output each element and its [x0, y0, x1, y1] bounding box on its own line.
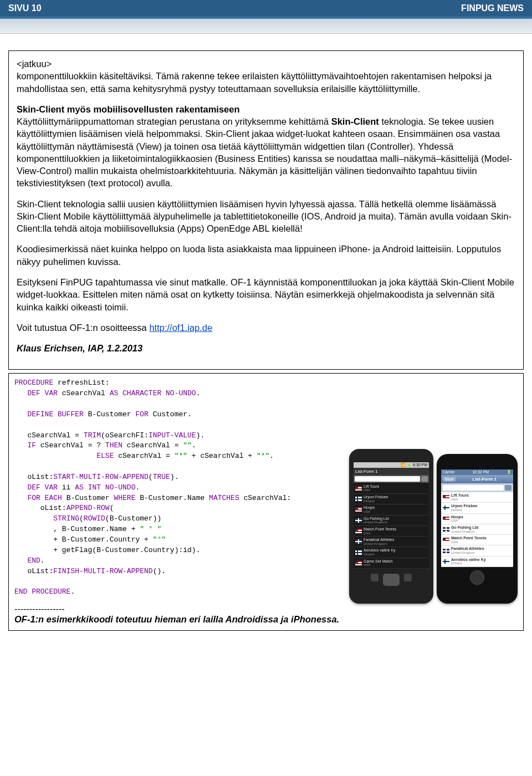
flag-icon	[355, 550, 362, 555]
list-item-label: Lift ToursUSA	[364, 484, 379, 492]
android-search-row	[354, 475, 429, 483]
flag-icon	[355, 507, 362, 512]
android-search-button[interactable]	[421, 476, 428, 482]
list-item[interactable]: Lift ToursUSA	[354, 483, 429, 494]
iphone-back-button[interactable]: Back	[443, 477, 456, 482]
list-item[interactable]: Go Fishing LtdUnited Kingdom	[441, 524, 513, 535]
iphone-battery-icon: 🔋	[507, 470, 511, 474]
intro-text: komponenttiluokkiin käsiteltäviksi. Tämä…	[17, 71, 492, 93]
list-item-label: Game Set MatchUSA	[364, 559, 393, 567]
android-hw-buttons	[354, 574, 429, 586]
list-item-label: Aerobics valine KyFinland	[451, 558, 486, 565]
page-number: SIVU 10	[8, 3, 42, 13]
android-btn-center[interactable]	[383, 574, 400, 586]
flag-icon	[443, 527, 449, 532]
list-item-label: Match Point TennisUSA	[364, 527, 396, 535]
flag-icon	[355, 561, 362, 565]
continuation-tag: <jatkuu>	[17, 59, 52, 69]
flag-icon	[355, 518, 362, 523]
list-item-label: Aerobics valine KyFinland	[364, 548, 396, 556]
list-item[interactable]: Match Point TennisUSA	[354, 526, 429, 537]
list-item[interactable]: Aerobics valine KyFinland	[441, 557, 513, 567]
list-item[interactable]: Lift ToursUSA	[441, 492, 513, 503]
iphone-search-input[interactable]	[443, 485, 504, 491]
page-header: SIVU 10 FINPUG NEWS	[0, 0, 532, 19]
flag-icon	[443, 517, 449, 521]
list-item[interactable]: Urpon FrisbeeFinland	[441, 503, 513, 513]
iphone-app-header: Back List-Form 1	[441, 475, 513, 483]
list-item[interactable]: Urpon FrisbeeFinland	[354, 494, 429, 504]
list-item[interactable]: HoopsUSA	[354, 504, 429, 515]
android-search-input[interactable]	[355, 476, 420, 482]
flag-icon	[355, 539, 362, 544]
list-item[interactable]: Game Set MatchUSA	[354, 558, 429, 569]
iphone-header-title: List-Form 1	[458, 477, 511, 482]
list-item[interactable]: Fanatical AthletesUnited Kingdom	[441, 545, 513, 556]
list-item-label: HoopsUSA	[364, 506, 375, 513]
iphone-status-bar: Carrier 10:32 PM 🔋	[441, 469, 513, 475]
iphone-time: 10:32 PM	[472, 470, 489, 474]
code-example-box: PROCEDURE refreshList: DEF VAR cSearchVa…	[8, 373, 524, 631]
flag-icon	[355, 486, 362, 491]
author-signature: Klaus Erichsen, IAP, 1.2.2013	[17, 342, 515, 354]
section-heading: Skin-Client myös mobiilisovellusten rake…	[17, 104, 240, 114]
paragraph-3: Skin-Client teknologia sallii uusien käy…	[17, 198, 515, 235]
paragraph-4: Koodiesimerkissä näet kuinka helppo on l…	[17, 243, 515, 268]
para2-bold: Skin-Client	[331, 116, 379, 126]
list-item-label: Fanatical AthletesUnited Kingdom	[364, 538, 394, 545]
list-item[interactable]: HoopsUSA	[441, 514, 513, 524]
list-item[interactable]: Fanatical AthletesUnited Kingdom	[354, 537, 429, 547]
article-box: <jatkuu> komponenttiluokkiin käsiteltävi…	[8, 50, 524, 370]
iphone-carrier: Carrier	[443, 470, 454, 474]
of1-link[interactable]: http://of1.iap.de	[149, 323, 212, 333]
list-item-label: Fanatical AthletesUnited Kingdom	[451, 547, 484, 554]
flag-icon	[443, 495, 449, 499]
separator-dashes: -----------------	[14, 604, 518, 614]
flag-icon	[443, 549, 449, 553]
iphone-search-button[interactable]	[505, 485, 511, 491]
iphone-screen: Carrier 10:32 PM 🔋 Back List-Form 1 Lift…	[441, 469, 513, 567]
iphone: Carrier 10:32 PM 🔋 Back List-Form 1 Lift…	[437, 454, 518, 604]
flag-icon	[355, 497, 362, 501]
list-item-label: Urpon FrisbeeFinland	[451, 504, 477, 512]
list-item-label: Go Fishing LtdUnited Kingdom	[364, 517, 389, 524]
android-screen: 📶 🔋 8:30 PM List-Form 1 Lift ToursUSAUrp…	[354, 462, 429, 569]
android-app-header: List-Form 1	[354, 468, 429, 475]
para2-part2: teknologia. Se tekee uusien käyttöliitty…	[17, 116, 512, 188]
code-caption: OF-1:n esimerkkikoodi toteutuu hieman er…	[14, 614, 518, 625]
android-phone: 📶 🔋 8:30 PM List-Form 1 Lift ToursUSAUrp…	[349, 449, 433, 604]
phone-mockups: 📶 🔋 8:30 PM List-Form 1 Lift ToursUSAUrp…	[349, 449, 518, 604]
list-item-label: HoopsUSA	[451, 515, 463, 523]
list-item[interactable]: Match Point TennisUSA	[441, 535, 513, 545]
list-item-label: Urpon FrisbeeFinland	[364, 495, 388, 503]
flag-icon	[443, 506, 449, 510]
iphone-home-button[interactable]	[470, 570, 484, 585]
list-item[interactable]: Aerobics valine KyFinland	[354, 547, 429, 558]
list-item-label: Go Fishing LtdUnited Kingdom	[451, 525, 478, 533]
iphone-list: Lift ToursUSAUrpon FrisbeeFinlandHoopsUS…	[441, 492, 513, 567]
android-btn-right[interactable]	[404, 574, 412, 581]
list-item-label: Match Point TennisUSA	[451, 536, 487, 544]
publication-name: FINPUG NEWS	[461, 3, 524, 13]
header-background	[0, 19, 532, 34]
android-list: Lift ToursUSAUrpon FrisbeeFinlandHoopsUS…	[354, 483, 429, 569]
flag-icon	[355, 529, 362, 533]
para2-part1: Käyttöliittymäriippumattoman strategian …	[17, 116, 331, 126]
iphone-search-row	[441, 483, 513, 492]
list-item-label: Lift ToursUSA	[451, 493, 469, 501]
android-header-title: List-Form 1	[355, 469, 377, 474]
para6-text: Voit tutustua OF-1:n osoitteessa	[17, 323, 149, 333]
paragraph-5: Esitykseni FinPUG tapahtumassa vie sinut…	[17, 276, 515, 313]
android-btn-left[interactable]	[371, 574, 378, 581]
android-status-bar: 📶 🔋 8:30 PM	[354, 462, 429, 468]
flag-icon	[443, 559, 449, 564]
code-footer: ----------------- OF-1:n esimerkkikoodi …	[14, 604, 518, 625]
flag-icon	[443, 538, 449, 542]
list-item[interactable]: Go Fishing LtdUnited Kingdom	[354, 515, 429, 526]
